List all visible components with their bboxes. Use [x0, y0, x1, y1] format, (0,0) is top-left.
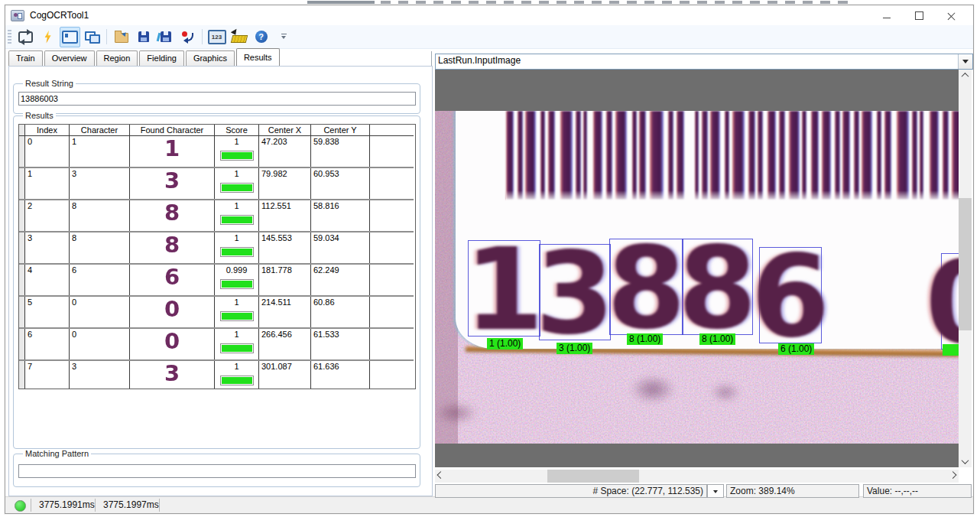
- row-selector[interactable]: [19, 296, 25, 328]
- cogocrtool-window: CogOCRTool1 123 ?: [5, 5, 974, 514]
- save-as-icon: [161, 31, 171, 42]
- image-source-combobox[interactable]: LastRun.InputImage: [435, 54, 973, 70]
- cell-center-x: 145.553: [259, 232, 311, 264]
- toolbar-grip[interactable]: [8, 30, 11, 44]
- row-selector[interactable]: [19, 264, 25, 296]
- background-smudge: [435, 402, 478, 424]
- cell-found-character: 8: [130, 200, 215, 232]
- cell-index: 5: [25, 296, 70, 328]
- minimize-button[interactable]: [871, 5, 903, 25]
- close-button[interactable]: [935, 5, 967, 25]
- combo-dropdown-button[interactable]: [958, 54, 972, 69]
- cell-filler: [370, 328, 414, 360]
- cell-center-y: 60.953: [311, 167, 370, 200]
- cell-center-x: 47.203: [259, 136, 311, 168]
- run-time-1: 3775.1991ms: [39, 499, 95, 510]
- cell-filler: [370, 360, 414, 389]
- cell-found-character: 6: [130, 264, 215, 296]
- ocr-score-label: 6 (1.00): [778, 343, 814, 355]
- ocr-score-label: 8 (1.00): [699, 333, 735, 345]
- table-row[interactable]: 5001214.51160.86: [19, 296, 414, 328]
- open-file-button[interactable]: [111, 27, 131, 47]
- cell-character: 8: [70, 232, 130, 264]
- status-separator: [159, 499, 160, 512]
- background-smudge: [630, 375, 676, 404]
- help-icon: ?: [255, 31, 268, 43]
- row-selector[interactable]: [19, 167, 25, 200]
- vertical-scroll-thumb[interactable]: [959, 198, 972, 330]
- record-results-button[interactable]: [177, 27, 198, 47]
- horizontal-scrollbar[interactable]: [435, 470, 959, 483]
- toolbar-overflow-button[interactable]: [273, 27, 294, 47]
- ocr-digit: 8: [607, 229, 686, 345]
- table-row[interactable]: 011147.20359.838: [19, 136, 414, 168]
- help-button[interactable]: ?: [251, 27, 271, 47]
- cell-found-character: 0: [130, 328, 215, 360]
- background-artifact-bar: [307, 1, 375, 4]
- score-bar: [220, 247, 254, 257]
- run-loop-icon: [18, 31, 33, 43]
- cell-center-x: 266.456: [259, 328, 311, 360]
- ocr-score-label: 3 (1.00): [557, 343, 592, 354]
- tab-results[interactable]: Results: [236, 48, 280, 66]
- scroll-right-button[interactable]: [947, 470, 959, 483]
- cell-filler: [370, 167, 414, 200]
- maximize-button[interactable]: [903, 5, 935, 25]
- tab-graphics[interactable]: Graphics: [186, 50, 235, 66]
- row-selector[interactable]: [19, 328, 25, 360]
- header-found-character: Found Character: [130, 125, 215, 136]
- save-results-button[interactable]: [155, 27, 176, 47]
- image-viewport[interactable]: 11 (1.00)33 (1.00)88 (1.00)88 (1.00)66 (…: [435, 70, 959, 467]
- run-loop-button[interactable]: [15, 27, 36, 47]
- cell-center-y: 60.86: [311, 296, 370, 328]
- ocr-digit: 1: [465, 230, 544, 346]
- table-row[interactable]: 133179.98260.953: [19, 167, 414, 200]
- space-dropdown-button[interactable]: [707, 484, 724, 498]
- tab-train[interactable]: Train: [8, 50, 43, 66]
- matching-pattern-label: Matching Pattern: [23, 449, 91, 458]
- cell-character: 3: [70, 360, 130, 389]
- matching-pattern-input[interactable]: [18, 464, 416, 478]
- row-selector[interactable]: [19, 360, 25, 389]
- scroll-down-button[interactable]: [959, 456, 972, 467]
- results-table[interactable]: Index Character Found Character Score Ce…: [18, 124, 416, 389]
- ocr-box: 8: [682, 239, 753, 335]
- result-string-input[interactable]: [18, 92, 416, 106]
- title-bar[interactable]: CogOCRTool1: [5, 5, 973, 25]
- row-selector[interactable]: [19, 136, 25, 168]
- vertical-scrollbar[interactable]: [959, 70, 972, 467]
- ocr-digit: 0: [926, 243, 959, 359]
- cell-character: 0: [70, 328, 130, 360]
- table-row[interactable]: 3881145.55359.034: [19, 232, 414, 264]
- table-row[interactable]: 6001266.45661.533: [19, 328, 414, 360]
- scroll-up-button[interactable]: [959, 70, 972, 81]
- table-row[interactable]: 7331301.08761.636: [19, 360, 414, 389]
- save-icon: [138, 31, 149, 42]
- ruler-button[interactable]: [229, 27, 249, 47]
- numeric-results-button[interactable]: 123: [206, 27, 227, 47]
- cell-found-character: 3: [130, 360, 215, 389]
- row-selector[interactable]: [19, 232, 25, 264]
- scroll-left-button[interactable]: [435, 470, 446, 483]
- show-image-float-button[interactable]: [82, 27, 102, 47]
- ocr-digit: 8: [678, 229, 757, 345]
- horizontal-scroll-thumb[interactable]: [547, 470, 639, 483]
- table-row[interactable]: 2881112.55158.816: [19, 200, 414, 232]
- row-selector[interactable]: [19, 200, 25, 232]
- cell-center-y: 59.034: [311, 232, 370, 264]
- tab-overview[interactable]: Overview: [44, 50, 95, 66]
- toolbar-separator: [202, 29, 203, 44]
- cell-found-character: 3: [130, 167, 215, 200]
- score-bar: [220, 311, 254, 321]
- table-row[interactable]: 4660.999181.77862.249: [19, 264, 414, 296]
- run-once-button[interactable]: [37, 27, 58, 47]
- show-image-button[interactable]: [60, 27, 80, 47]
- minimize-icon: [883, 18, 891, 18]
- score-bar: [220, 376, 254, 385]
- tab-region[interactable]: Region: [96, 50, 138, 66]
- photo[interactable]: 11 (1.00)33 (1.00)88 (1.00)88 (1.00)66 (…: [435, 111, 959, 444]
- tab-fielding[interactable]: Fielding: [139, 50, 184, 66]
- cell-score: 0.999: [215, 264, 259, 296]
- cell-filler: [370, 232, 414, 264]
- save-button[interactable]: [133, 27, 154, 47]
